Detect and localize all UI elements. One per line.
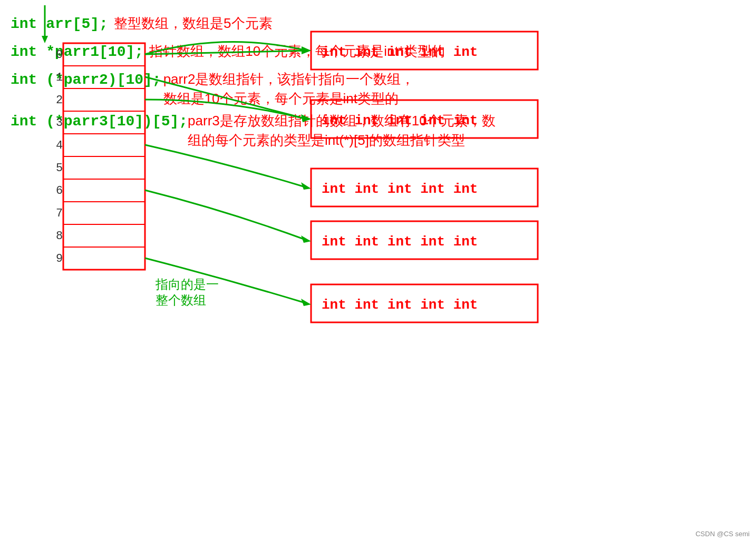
svg-line-32 (145, 51, 307, 54)
svg-marker-39 (301, 235, 311, 243)
svg-text:int  int  int  int  int: int int int int int (322, 181, 478, 197)
svg-text:int  int  int  int  int: int int int int int (322, 234, 478, 250)
svg-text:7: 7 (56, 207, 63, 220)
svg-marker-37 (302, 115, 311, 122)
svg-text:0: 0 (56, 48, 63, 62)
svg-text:8: 8 (56, 230, 63, 243)
svg-text:4: 4 (56, 139, 63, 152)
svg-marker-36 (302, 46, 311, 54)
svg-text:5: 5 (56, 162, 63, 175)
diagram-svg: 0 1 2 3 4 5 6 7 8 9 int int int int int … (0, 0, 756, 369)
svg-marker-1 (42, 36, 48, 43)
svg-text:2: 2 (56, 94, 63, 107)
watermark: CSDN @CS semi (695, 530, 750, 538)
svg-text:int  int  int  int  int: int int int int int (322, 44, 478, 60)
content-area: int arr[5]; 整型数组，数组是5个元素 int *parr1[10];… (0, 0, 756, 542)
svg-text:6: 6 (56, 184, 63, 198)
svg-marker-40 (301, 299, 311, 306)
svg-text:整个数组: 整个数组 (156, 293, 206, 307)
svg-text:1: 1 (56, 71, 63, 84)
svg-marker-38 (301, 182, 311, 190)
svg-text:9: 9 (56, 252, 63, 265)
svg-line-34 (145, 77, 307, 119)
svg-text:int  int  int  int  int: int int int int int (322, 297, 478, 313)
svg-text:指向的是一: 指向的是一 (155, 277, 219, 291)
svg-text:3: 3 (56, 116, 63, 130)
svg-text:int  int  int  int  int: int int int int int (322, 113, 478, 129)
